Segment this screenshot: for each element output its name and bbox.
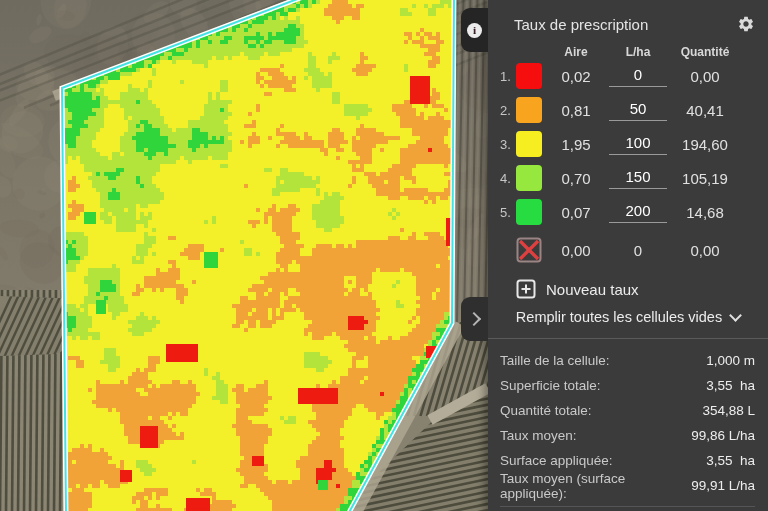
col-rate: L/ha (602, 45, 674, 59)
area-value: 1,95 (550, 136, 602, 153)
panel-title: Taux de prescription (514, 16, 648, 33)
fill-empty-cells-dropdown[interactable]: Remplir toutes les cellules vides (488, 309, 768, 325)
collapse-panel-tab[interactable] (461, 297, 488, 341)
stat-row: Taux moyen: 99,86 L/ha (500, 423, 755, 448)
quantity-value: 40,41 (674, 102, 736, 119)
quantity-value: 14,68 (674, 204, 736, 221)
prescription-panel: Taux de prescription Aire L/ha Quantité … (488, 0, 768, 511)
gear-icon[interactable] (737, 15, 755, 33)
color-swatch-green[interactable] (516, 199, 542, 225)
area-value: 0,02 (550, 68, 602, 85)
color-swatch-yellow[interactable] (516, 131, 542, 157)
stat-row: Quantité totale: 354,88 L (500, 398, 755, 423)
panel-header: Taux de prescription (488, 0, 768, 37)
area-value: 0,00 (550, 242, 602, 259)
map-area: i (0, 0, 488, 511)
area-value: 0,07 (550, 204, 602, 221)
stat-row: Surface appliquée: 3,55 ha (500, 448, 755, 473)
rate-input[interactable] (609, 167, 667, 189)
color-swatch-lightgreen[interactable] (516, 165, 542, 191)
rate-input[interactable] (609, 201, 667, 223)
plus-square-icon (516, 279, 536, 299)
stat-row: Taille de la cellule: 1,000 m (500, 348, 755, 373)
stat-row: Taux moyen (surface appliquée): 99,91 L/… (500, 473, 755, 498)
rate-input[interactable] (609, 99, 667, 121)
rate-row: 3. 1,95 194,60 (488, 127, 768, 161)
quantity-value: 0,00 (674, 68, 736, 85)
chevron-right-icon (466, 312, 480, 326)
col-quantity: Quantité (674, 45, 736, 59)
quantity-value: 0,00 (674, 242, 736, 259)
app-window: i Taux de prescription Aire L/ha Quantit… (0, 0, 768, 511)
rate-input[interactable] (609, 65, 667, 87)
rate-input[interactable] (609, 133, 667, 155)
empty-cells-row: 0,00 0 0,00 (488, 233, 768, 267)
color-swatch-red[interactable] (516, 63, 542, 89)
rate-row: 2. 0,81 40,41 (488, 93, 768, 127)
new-rate-label: Nouveau taux (546, 281, 639, 298)
rate-row: 1. 0,02 0,00 (488, 59, 768, 93)
info-tab[interactable]: i (461, 8, 488, 52)
rate-row: 4. 0,70 105,19 (488, 161, 768, 195)
quantity-value: 105,19 (674, 170, 736, 187)
col-aire: Aire (550, 45, 602, 59)
new-rate-button[interactable]: Nouveau taux (516, 279, 639, 299)
quantity-value: 194,60 (674, 136, 736, 153)
rate-table-header: Aire L/ha Quantité (488, 45, 768, 59)
area-value: 0,81 (550, 102, 602, 119)
rate-value: 0 (602, 242, 674, 259)
crossed-cell-icon (516, 237, 542, 263)
area-value: 0,70 (550, 170, 602, 187)
fill-empty-label: Remplir toutes les cellules vides (516, 309, 722, 325)
stats-section: Taille de la cellule: 1,000 m Superficie… (488, 339, 768, 507)
map-canvas[interactable] (0, 0, 488, 511)
rate-row: 5. 0,07 14,68 (488, 195, 768, 229)
chevron-down-icon (729, 309, 742, 322)
color-swatch-orange[interactable] (516, 97, 542, 123)
bottom-divider (500, 506, 755, 507)
stat-row: Superficie totale: 3,55 ha (500, 373, 755, 398)
info-icon: i (467, 23, 482, 38)
